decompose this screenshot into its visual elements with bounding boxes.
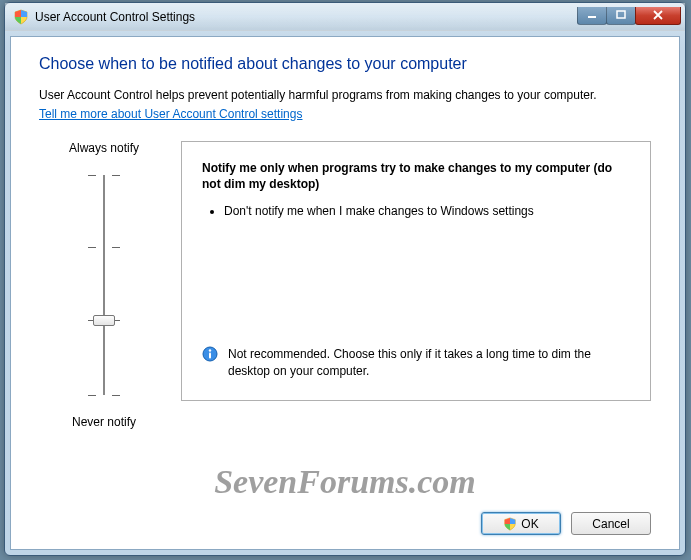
level-title: Notify me only when programs try to make… bbox=[202, 160, 630, 194]
shield-icon bbox=[503, 517, 517, 531]
info-icon bbox=[202, 346, 218, 362]
slider-label-bottom: Never notify bbox=[39, 415, 169, 429]
ok-button[interactable]: OK bbox=[481, 512, 561, 535]
intro-line: User Account Control helps prevent poten… bbox=[39, 88, 597, 102]
window: User Account Control Settings Choose whe… bbox=[4, 2, 686, 556]
svg-rect-0 bbox=[588, 16, 596, 18]
maximize-button[interactable] bbox=[606, 7, 636, 25]
minimize-button[interactable] bbox=[577, 7, 607, 25]
titlebar[interactable]: User Account Control Settings bbox=[5, 3, 685, 31]
level-warning: Not recommended. Choose this only if it … bbox=[228, 346, 630, 380]
window-title: User Account Control Settings bbox=[35, 10, 578, 24]
close-button[interactable] bbox=[635, 7, 681, 25]
slider-label-top: Always notify bbox=[39, 141, 169, 155]
svg-point-3 bbox=[209, 349, 211, 351]
page-heading: Choose when to be notified about changes… bbox=[39, 55, 651, 73]
level-description-box: Notify me only when programs try to make… bbox=[181, 141, 651, 401]
notification-slider: Always notify Never notify bbox=[39, 141, 169, 429]
svg-rect-1 bbox=[617, 11, 625, 18]
cancel-label: Cancel bbox=[592, 517, 629, 531]
slider-thumb[interactable] bbox=[93, 315, 115, 326]
content-area: Choose when to be notified about changes… bbox=[10, 36, 680, 550]
close-icon bbox=[653, 10, 663, 20]
help-link[interactable]: Tell me more about User Account Control … bbox=[39, 106, 302, 123]
intro-text: User Account Control helps prevent poten… bbox=[39, 87, 651, 123]
ok-label: OK bbox=[521, 517, 538, 531]
level-bullet: Don't notify me when I make changes to W… bbox=[224, 203, 544, 220]
watermark: SevenForums.com bbox=[11, 463, 679, 501]
minimize-icon bbox=[587, 11, 597, 19]
shield-icon bbox=[13, 9, 29, 25]
svg-rect-4 bbox=[209, 353, 211, 359]
cancel-button[interactable]: Cancel bbox=[571, 512, 651, 535]
slider-track[interactable] bbox=[92, 175, 116, 395]
maximize-icon bbox=[616, 10, 626, 20]
